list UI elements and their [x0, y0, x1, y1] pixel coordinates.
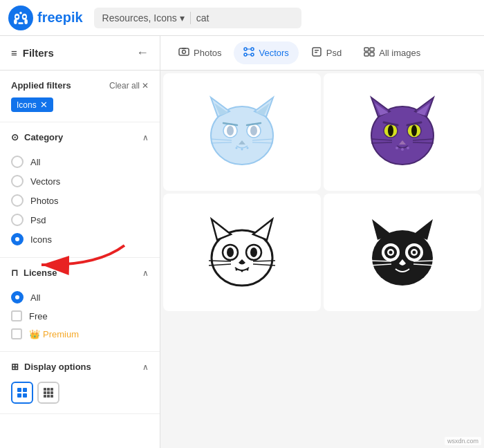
- svg-point-65: [411, 125, 417, 136]
- svg-rect-16: [44, 391, 46, 394]
- svg-point-89: [247, 269, 249, 271]
- svg-point-46: [250, 126, 257, 136]
- svg-rect-17: [47, 391, 50, 394]
- cat-illustration-4: [361, 211, 444, 294]
- category-option-icons[interactable]: Icons: [11, 230, 149, 249]
- svg-rect-7: [14, 19, 17, 24]
- svg-rect-20: [47, 395, 50, 398]
- applied-filters-title: Applied filters: [11, 80, 71, 91]
- vectors-icon: [243, 47, 254, 59]
- svg-line-103: [413, 261, 436, 261]
- svg-rect-8: [24, 19, 28, 24]
- svg-rect-18: [50, 391, 53, 394]
- tab-vectors[interactable]: Vectors: [234, 41, 298, 64]
- svg-point-82: [250, 248, 257, 257]
- clear-all-button[interactable]: Clear all ✕: [109, 81, 149, 91]
- svg-rect-36: [364, 53, 369, 56]
- tab-photos-label: Photos: [194, 48, 221, 58]
- license-section-header[interactable]: ⊓ License ∧: [0, 258, 160, 285]
- logo[interactable]: freepik: [8, 6, 83, 30]
- license-option-all[interactable]: All: [11, 288, 149, 307]
- category-label-psd: Psd: [30, 215, 46, 225]
- category-label-photos: Photos: [30, 196, 58, 206]
- category-label: Category: [24, 132, 63, 142]
- category-radio-icons: [11, 233, 24, 245]
- svg-point-96: [389, 251, 393, 254]
- license-label-premium: 👑 Premium: [29, 329, 79, 339]
- display-buttons: [0, 379, 160, 413]
- license-icon: ⊓: [11, 268, 18, 278]
- tab-psd[interactable]: Psd: [301, 41, 351, 64]
- collapse-sidebar-button[interactable]: ←: [136, 46, 149, 60]
- category-option-photos[interactable]: Photos: [11, 191, 149, 210]
- cat-illustration-1: [201, 91, 283, 174]
- svg-point-81: [227, 248, 234, 257]
- license-option-free[interactable]: Free: [11, 307, 149, 325]
- filter-tag-remove-icon[interactable]: ✕: [40, 100, 48, 110]
- filter-tag-icons[interactable]: Icons ✕: [11, 97, 53, 112]
- svg-rect-37: [370, 53, 374, 56]
- svg-point-87: [236, 269, 238, 271]
- photos-icon: [178, 47, 189, 59]
- filters-label: Filters: [23, 47, 54, 59]
- svg-rect-6: [19, 12, 22, 15]
- display-grid-small-button[interactable]: [37, 382, 59, 404]
- tab-photos[interactable]: Photos: [169, 41, 231, 64]
- svg-point-3: [16, 15, 19, 18]
- category-option-psd[interactable]: Psd: [11, 210, 149, 230]
- filters-icon: ≡: [11, 47, 17, 59]
- search-bar[interactable]: Resources, Icons ▾ cat: [94, 8, 301, 28]
- category-radio-all: [11, 156, 24, 168]
- search-divider: [190, 12, 191, 24]
- license-chevron-icon: ∧: [142, 268, 149, 278]
- category-radio-photos: [11, 194, 24, 207]
- filter-tag-label: Icons: [17, 100, 37, 110]
- psd-icon: [311, 47, 322, 59]
- chevron-down-icon: ▾: [180, 12, 185, 24]
- search-dropdown[interactable]: Resources, Icons ▾: [102, 12, 185, 24]
- category-label-all: All: [30, 157, 40, 167]
- image-card-1[interactable]: [163, 73, 321, 191]
- tab-all-images[interactable]: All images: [354, 41, 430, 64]
- license-options: All Free 👑 Premium: [0, 285, 160, 351]
- display-grid-large-button[interactable]: [11, 382, 33, 404]
- search-resource-label: Resources, Icons: [102, 12, 177, 24]
- cat-illustration-3: [201, 211, 283, 294]
- image-card-4[interactable]: [324, 194, 481, 311]
- category-option-vectors[interactable]: Vectors: [11, 171, 149, 191]
- svg-point-4: [24, 15, 26, 18]
- search-query[interactable]: cat: [196, 12, 210, 24]
- image-card-3[interactable]: [163, 194, 321, 311]
- svg-point-28: [251, 53, 254, 56]
- svg-point-25: [244, 48, 247, 50]
- svg-point-88: [241, 270, 243, 272]
- svg-point-54: [236, 147, 238, 149]
- license-checkbox-free: [11, 310, 22, 321]
- category-radio-psd: [11, 214, 24, 226]
- svg-rect-24: [182, 48, 186, 49]
- svg-point-100: [413, 251, 416, 254]
- image-card-2[interactable]: [324, 73, 481, 191]
- svg-rect-13: [44, 388, 46, 391]
- display-options-icon: ⊞: [11, 362, 19, 372]
- svg-point-23: [183, 50, 186, 54]
- svg-rect-9: [17, 388, 21, 392]
- category-options: All Vectors Photos Psd Icons: [0, 149, 160, 257]
- applied-filters-header: Applied filters Clear all ✕: [11, 80, 149, 91]
- clear-all-label: Clear all: [109, 81, 140, 91]
- svg-point-45: [227, 126, 234, 136]
- category-section: ⊙ Category ∧ All Vectors Photos: [0, 122, 160, 258]
- tab-vectors-label: Vectors: [259, 48, 288, 58]
- svg-rect-11: [17, 393, 21, 398]
- display-options-header[interactable]: ⊞ Display options ∧: [0, 352, 160, 379]
- category-chevron-icon: ∧: [142, 133, 149, 142]
- applied-filters-section: Applied filters Clear all ✕ Icons ✕: [0, 71, 160, 122]
- display-options-section: ⊞ Display options ∧: [0, 352, 160, 414]
- license-option-premium[interactable]: 👑 Premium: [11, 325, 149, 343]
- category-option-all[interactable]: All: [11, 152, 149, 171]
- display-options-label: Display options: [24, 362, 91, 372]
- category-section-header[interactable]: ⊙ Category ∧: [0, 122, 160, 149]
- svg-point-0: [8, 6, 33, 30]
- license-checkbox-premium: [11, 328, 22, 339]
- svg-point-73: [395, 147, 398, 149]
